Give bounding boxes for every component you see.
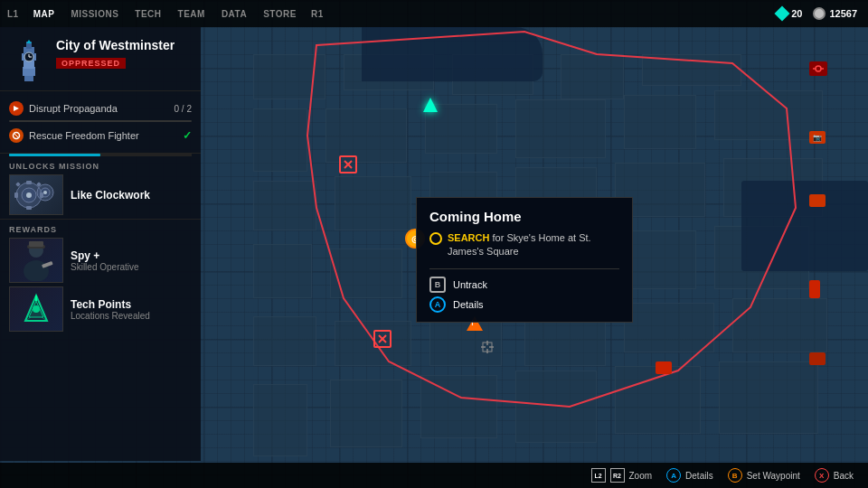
rewards-section: REWARDS Spy + Ski	[0, 220, 201, 335]
right-trigger-btn[interactable]: R1	[304, 9, 331, 19]
collectible-marker-3[interactable]	[809, 280, 820, 298]
details-button-icon: A	[429, 296, 446, 313]
hud-waypoint-label: Set Waypoint	[747, 471, 800, 481]
unlocks-mission-name: Like Clockwork	[71, 189, 150, 202]
popup-action-untrack[interactable]: B Untrack	[429, 277, 619, 293]
popup-objective: SEARCH for Skye's Home at St. James's Sq…	[429, 231, 619, 259]
district-header: City of Westminster OPPRESSED	[0, 27, 201, 91]
hud-details-label: Details	[685, 471, 713, 481]
reward-row-0: Spy + Skilled Operative	[9, 238, 192, 283]
npc-marker	[479, 339, 495, 355]
hud-zoom: L2 R2 Zoom	[591, 468, 653, 483]
left-panel: City of Westminster OPPRESSED Disrupt Pr…	[0, 27, 201, 461]
bottom-hud: L2 R2 Zoom A Details B Set Waypoint X Ba…	[0, 463, 868, 488]
nav-tab-map[interactable]: MAP	[26, 9, 62, 19]
details-label: Details	[453, 299, 484, 310]
player-marker	[423, 98, 438, 112]
unlocks-section: UNLOCKS MISSION	[0, 156, 201, 220]
objective-check-1: ✓	[183, 129, 192, 142]
coin-count: 12567	[829, 8, 857, 19]
details-a-button[interactable]: A	[666, 468, 681, 483]
rewards-label: REWARDS	[9, 225, 192, 234]
top-navigation: L1 MAP MISSIONS TECH TEAM DATA STORE R1 …	[0, 0, 868, 27]
svg-rect-34	[26, 206, 32, 210]
top-right-hud: 20 12567	[777, 7, 868, 20]
objective-label-1: Rescue Freedom Fighter	[29, 130, 177, 141]
nav-tab-store[interactable]: STORE	[256, 9, 304, 19]
r2-button[interactable]: R2	[610, 468, 625, 483]
nav-tab-missions[interactable]: MISSIONS	[63, 9, 126, 19]
objective-count-0: 0 / 2	[175, 104, 192, 114]
hud-back: X Back	[815, 468, 854, 483]
zoom-label: Zoom	[629, 471, 653, 481]
collectible-marker-2[interactable]	[809, 194, 826, 207]
svg-point-29	[26, 192, 32, 198]
unlocks-label: UNLOCKS MISSION	[9, 162, 192, 171]
untrack-label: Untrack	[453, 279, 487, 290]
svg-rect-35	[14, 192, 18, 198]
hud-details: A Details	[666, 468, 713, 483]
svg-rect-36	[40, 192, 43, 198]
diamond-count: 20	[791, 8, 802, 19]
coin-icon	[813, 7, 826, 20]
collectible-marker-1[interactable]: 📷	[809, 131, 826, 144]
objective-marker-1[interactable]	[339, 155, 357, 174]
back-x-button[interactable]: X	[815, 468, 829, 483]
objective-marker-2[interactable]	[373, 330, 392, 348]
reward-info-tech: Tech Points Locations Revealed	[71, 298, 192, 321]
popup-actions: B Untrack A Details	[429, 268, 619, 313]
popup-title: Coming Home	[429, 209, 619, 224]
district-name: City of Westminster	[56, 38, 190, 53]
reward-row-1: Tech Points Locations Revealed	[9, 286, 192, 332]
search-circle-icon	[429, 232, 442, 245]
unlocks-content: Like Clockwork	[9, 174, 192, 215]
objective-row-1: Rescue Freedom Fighter ✓	[9, 126, 192, 145]
objectives-list: Disrupt Propaganda 0 / 2 Rescue Freedom …	[0, 91, 201, 154]
svg-point-40	[24, 260, 49, 281]
nav-tab-data[interactable]: DATA	[214, 9, 254, 19]
untrack-button-icon: B	[429, 277, 446, 293]
district-info: City of Westminster OPPRESSED	[56, 38, 190, 70]
svg-rect-42	[29, 241, 43, 247]
collectible-marker-4[interactable]	[809, 352, 826, 365]
tower-icon	[11, 38, 47, 83]
nav-tab-team[interactable]: TEAM	[171, 9, 212, 19]
objective-label-0: Disrupt Propaganda	[29, 103, 169, 114]
unlocks-mission-image	[9, 174, 63, 215]
district-status: OPPRESSED	[56, 58, 126, 69]
objective-row-0: Disrupt Propaganda 0 / 2	[9, 99, 192, 118]
svg-rect-33	[26, 181, 32, 184]
svg-point-32	[43, 191, 47, 194]
rescue-icon	[9, 128, 24, 143]
svg-marker-24	[14, 106, 19, 111]
left-trigger-btn[interactable]: L1	[0, 9, 26, 19]
enemy-marker	[809, 61, 827, 76]
hud-back-label: Back	[834, 471, 854, 481]
diamond-icon	[775, 6, 790, 22]
collectible-marker-5[interactable]	[656, 361, 672, 374]
popup-action-details[interactable]: A Details	[429, 296, 619, 313]
map-popup: Coming Home SEARCH for Skye's Home at St…	[416, 197, 633, 323]
nav-tab-tech[interactable]: TECH	[127, 9, 168, 19]
rewards-list: Spy + Skilled Operative	[9, 238, 192, 332]
svg-point-5	[816, 66, 821, 71]
reward-info-spy: Spy + Skilled Operative	[71, 249, 192, 272]
waypoint-b-button[interactable]: B	[728, 468, 742, 483]
popup-keyword: SEARCH	[448, 232, 489, 243]
reward-image-tech	[9, 286, 63, 332]
hud-waypoint: B Set Waypoint	[728, 468, 800, 483]
coin-currency: 12567	[813, 7, 857, 20]
svg-line-26	[14, 134, 18, 137]
svg-point-46	[33, 305, 40, 313]
l2-button[interactable]: L2	[591, 468, 606, 483]
reward-image-spy	[9, 238, 63, 283]
popup-objective-text: SEARCH for Skye's Home at St. James's Sq…	[448, 231, 619, 259]
propaganda-icon	[9, 101, 24, 116]
diamond-currency: 20	[777, 8, 802, 19]
